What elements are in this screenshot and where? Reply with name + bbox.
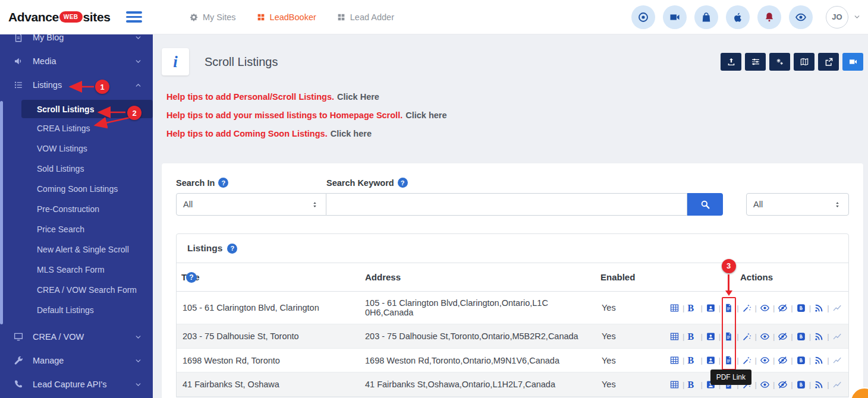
help-link[interactable]: Click here	[331, 129, 372, 138]
hide-icon[interactable]	[778, 303, 788, 313]
upload-icon	[727, 57, 736, 67]
view-icon[interactable]	[760, 380, 770, 390]
sidebar-item-mls-search-form[interactable]: MLS Search Form	[0, 260, 153, 280]
table-row: 203 - 75 Dalhousie St, Toronto 203 - 75 …	[177, 324, 848, 349]
eye-button[interactable]	[789, 5, 813, 29]
blogger-icon[interactable]	[796, 380, 806, 390]
view-icon[interactable]	[760, 355, 770, 365]
sidebar-item-new-alert-single-scroll[interactable]: New Alert & Single Scroll	[0, 239, 153, 260]
sidebar-item-pre-construction[interactable]: Pre-Construction	[0, 199, 153, 219]
annotation-arrow-3	[728, 274, 729, 290]
bag-button[interactable]	[694, 5, 718, 29]
chart-icon[interactable]	[832, 380, 842, 390]
profile-icon[interactable]	[706, 355, 716, 365]
separator: |	[809, 380, 811, 389]
blogger-icon[interactable]	[796, 303, 806, 313]
rss-icon[interactable]	[814, 331, 824, 342]
separator: |	[791, 332, 792, 341]
map-button[interactable]	[794, 53, 814, 71]
view-icon[interactable]	[760, 303, 770, 313]
bold-b-icon[interactable]: B	[687, 331, 697, 342]
separator: |	[683, 356, 684, 365]
blogger-icon[interactable]	[796, 331, 806, 342]
logo-web-badge: WEB	[59, 11, 83, 23]
upload-button[interactable]	[721, 53, 741, 71]
apple-button[interactable]	[726, 5, 750, 29]
row-enabled: Yes	[596, 348, 664, 372]
hide-icon[interactable]	[778, 380, 788, 390]
sidebar-item-default-listings[interactable]: Default Listings	[0, 300, 153, 320]
search-button[interactable]	[687, 193, 723, 216]
videobtn-button[interactable]	[842, 53, 863, 71]
topnav-my-sites[interactable]: My Sites	[189, 12, 236, 22]
table-icon[interactable]	[669, 355, 680, 365]
sidebar-item-crea-vow[interactable]: CREA / VOW	[0, 325, 153, 349]
help-link[interactable]: Click here	[405, 110, 446, 120]
profile-icon[interactable]	[706, 331, 716, 342]
logo-text-advance: Advance	[8, 10, 59, 24]
avatar[interactable]: JO	[826, 6, 848, 29]
menu-toggle-button[interactable]	[126, 10, 144, 24]
sidebar-item-crea-vow-search-form[interactable]: CREA / VOW Search Form	[0, 280, 153, 300]
separator: |	[827, 304, 829, 312]
search-in-select[interactable]: All	[176, 193, 326, 216]
wand-icon[interactable]	[742, 331, 752, 342]
user-menu[interactable]: JO	[826, 6, 861, 29]
help-icon[interactable]: ?	[227, 244, 237, 254]
separator: |	[683, 332, 684, 341]
hide-icon[interactable]	[778, 331, 788, 342]
wand-icon[interactable]	[742, 355, 752, 365]
topnav-leadbooker[interactable]: LeadBooker	[256, 12, 316, 22]
row-title: 1698 Weston Rd, Toronto	[177, 348, 360, 372]
separator: |	[755, 356, 757, 365]
sidebar-item-sold-listings[interactable]: Sold Listings	[0, 159, 153, 179]
chevron-up-icon	[134, 81, 142, 89]
help-icon[interactable]: ?	[186, 272, 197, 283]
rss-icon[interactable]	[814, 380, 824, 390]
sidebar-item-crea-listings[interactable]: CREA Listings	[0, 118, 153, 138]
help-icon[interactable]: ?	[218, 178, 228, 188]
separator: |	[791, 304, 792, 312]
bold-b-icon[interactable]: B	[687, 355, 697, 365]
sidebar-item-coming-soon-listings[interactable]: Coming Soon Listings	[0, 179, 153, 199]
sidebar-scrollbar[interactable]	[0, 101, 3, 324]
separator: |	[827, 332, 829, 341]
sidebar-item-media[interactable]: Media	[0, 49, 153, 73]
rss-icon[interactable]	[814, 303, 824, 313]
bold-b-icon[interactable]: B	[687, 380, 697, 390]
sidebar-item-vow-listings[interactable]: VOW Listings	[0, 138, 153, 159]
table-icon[interactable]	[669, 303, 680, 313]
sliders-button[interactable]	[745, 53, 766, 71]
table-icon[interactable]	[669, 331, 680, 342]
bell-button[interactable]	[757, 5, 781, 29]
chart-icon[interactable]	[832, 331, 842, 342]
sidebar-item-lead-capture-api-s[interactable]: Lead Capture API's	[0, 372, 153, 396]
help-icon[interactable]: ?	[398, 178, 408, 188]
search-keyword-input[interactable]	[326, 193, 687, 216]
help-link[interactable]: Click Here	[337, 92, 379, 102]
sidebar-item-manage[interactable]: Manage	[0, 349, 153, 372]
sidebar-item-my-blog[interactable]: My Blog	[0, 34, 153, 49]
bold-b-icon[interactable]: B	[687, 303, 697, 313]
badge-button[interactable]	[631, 5, 655, 29]
table-icon[interactable]	[669, 380, 680, 390]
sidebar-item-price-search[interactable]: Price Search	[0, 219, 153, 239]
logo[interactable]: Advance WEB sites	[0, 10, 117, 24]
share-button[interactable]	[818, 53, 839, 71]
gears-button[interactable]	[769, 53, 790, 71]
chevron-down-icon	[134, 357, 142, 365]
chart-icon[interactable]	[832, 355, 842, 365]
video-button[interactable]	[663, 5, 687, 29]
topnav-lead-adder[interactable]: Lead Adder	[336, 12, 394, 22]
profile-icon[interactable]	[706, 303, 716, 313]
filter-select[interactable]: All	[746, 193, 849, 216]
view-icon[interactable]	[760, 331, 770, 342]
separator: |	[700, 332, 702, 341]
wand-icon[interactable]	[742, 303, 752, 313]
blogger-icon[interactable]	[796, 355, 806, 365]
hide-icon[interactable]	[778, 355, 788, 365]
sidebar-item-listings[interactable]: Listings	[0, 73, 153, 97]
row-address: 1698 Weston Rd,Toronto,Ontario,M9N1V6,Ca…	[360, 348, 596, 372]
chart-icon[interactable]	[832, 303, 842, 313]
rss-icon[interactable]	[814, 355, 824, 365]
